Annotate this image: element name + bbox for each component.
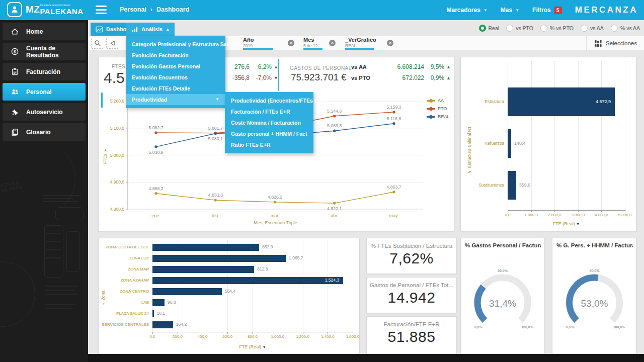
submenu-item-facturación-ftes-e-r[interactable]: Facturación / FTEs E+R — [225, 106, 313, 117]
filtros-button[interactable]: Filtros 5 — [532, 7, 562, 14]
radio-selected-icon[interactable] — [479, 25, 486, 32]
menu-item-evolución-ftes-detalle[interactable]: Evolución FTEs Detalle — [126, 83, 225, 94]
x-axis-tick: 1.600,0 — [346, 334, 360, 339]
clear-selection-icon — [109, 40, 116, 47]
bar-category-label: ZONA CENTRO — [99, 289, 149, 294]
breadcrumb-section[interactable]: Personal — [120, 6, 146, 13]
submenu-item-productividad-encuentros-ftes-e-r-[interactable]: Productividad (Encuentros/FTEs E+R) — [225, 95, 313, 106]
remove-filter-icon[interactable]: ✕ — [288, 40, 294, 46]
x-axis-tick: 1.000,0 — [271, 334, 284, 339]
menu-item-evolución-gastos-personal[interactable]: Evolución Gastos Personal — [126, 61, 225, 72]
clear-selections-button[interactable] — [106, 38, 119, 49]
gauge-gastos-personal-facturacion: % Gastos Personal / Facturación 0,0%50,0… — [460, 238, 544, 354]
scenario-option-vs-pto[interactable]: vs PTO — [506, 25, 533, 32]
bar-zona-centro[interactable] — [152, 288, 222, 295]
sidebar-item-label: Personal — [26, 88, 52, 96]
sidebar-item-label: Cuenta de Resultados — [26, 45, 86, 59]
x-axis-tick: 0,0 — [505, 213, 510, 217]
radio-icon[interactable] — [506, 25, 513, 32]
radio-icon[interactable] — [611, 25, 618, 32]
legend-item-pto[interactable]: PTO — [427, 105, 450, 113]
legend-item-aa[interactable]: AA — [427, 97, 450, 105]
svg-text:53,0%: 53,0% — [581, 298, 608, 309]
marcadores-menu-button[interactable]: Marcadores ▼ — [446, 7, 487, 14]
book-icon — [11, 128, 19, 136]
legend-item-real[interactable]: REAL — [427, 113, 450, 121]
scenario-option-label: Real — [489, 25, 500, 31]
sidebar-item-label: Autoservicio — [26, 109, 63, 116]
remove-filter-icon[interactable]: ✕ — [329, 40, 336, 46]
search-selections-button[interactable] — [91, 38, 104, 49]
filter-chip-underline — [243, 48, 273, 50]
mas-menu-button[interactable]: Mas ▼ — [501, 7, 519, 14]
filter-chip--vergrafico[interactable]: _VerGraficoREAL✕ — [345, 37, 394, 50]
svg-text:5.144,6: 5.144,6 — [327, 109, 342, 114]
selecciones-label: Selecciones — [606, 40, 637, 46]
submenu-item-ratio-ftes-e-r[interactable]: Ratio FTEs E+R — [225, 139, 313, 150]
menu-item-evolución-facturación[interactable]: Evolución Facturación — [126, 50, 225, 61]
sidebar-item-personal[interactable]: Personal — [3, 83, 86, 101]
bar-zona-costa-del-sol[interactable] — [152, 244, 259, 251]
x-axis-title[interactable]: FTE (Real) ▼ — [152, 344, 353, 349]
menu-item-categoria-profesional-y-estructura-salarial[interactable]: Categoria Profesional y Estructura Salar… — [126, 39, 225, 50]
bar-sustituciones[interactable] — [508, 171, 516, 200]
gauge-chart[interactable]: 0,0%50,0%100,0%53,0% — [552, 250, 637, 341]
filtros-count-badge: 5 — [554, 7, 562, 14]
scenario-radio-group: Realvs PTO% vs PTOvs AA% vs AA — [479, 25, 640, 32]
sidebar-item-autoservicio[interactable]: Autoservicio — [3, 103, 86, 121]
bar-zona-luz[interactable] — [152, 255, 286, 262]
puzzle-icon — [11, 108, 19, 116]
bar-refuerzos[interactable] — [508, 129, 511, 158]
estructura-bar-chart[interactable]: Estructura4.572,9Refuerzos148,4Sustituci… — [461, 57, 636, 231]
svg-text:5.200,0: 5.200,0 — [110, 99, 125, 104]
scenario-option--vs-aa[interactable]: % vs AA — [611, 25, 640, 32]
submenu-item-gasto-personal-hhmm-fact[interactable]: Gasto personal + HHMM / Fact — [225, 128, 313, 139]
breadcrumb-page[interactable]: Dashboard — [156, 6, 189, 13]
bar-zona-mar[interactable] — [152, 266, 254, 273]
gauge-chart[interactable]: 0,0%50,0%100,0%31,4% — [461, 250, 545, 341]
selections-grid-icon — [595, 40, 602, 47]
menu-item-productividad[interactable]: Productividad▼ — [126, 94, 225, 105]
menu-toggle-button[interactable] — [96, 6, 108, 16]
bar-lab[interactable] — [152, 299, 165, 306]
zona-bar-chart[interactable]: ZONA COSTA DEL SOL852,9ZONA LUZ1.065,7ZO… — [99, 238, 359, 354]
svg-text:0,0%: 0,0% — [567, 325, 575, 329]
app-logo[interactable]: MZ Insurance Analytics Demo PALEKANA — [7, 2, 84, 17]
svg-text:4.826,2: 4.826,2 — [268, 195, 282, 200]
svg-text:abr.: abr. — [331, 213, 338, 218]
filter-chip-underline — [303, 48, 323, 50]
filter-chip-mes[interactable]: Mes5 de 12✕ — [303, 37, 337, 50]
gastos-kpi-value: 75.923.701 € — [291, 72, 347, 83]
bar-zona-azahar[interactable] — [152, 277, 343, 284]
bar-value-label: 4.572,9 — [596, 99, 611, 104]
svg-text:5.159,3: 5.159,3 — [386, 105, 401, 110]
svg-text:4.822,1: 4.822,1 — [327, 206, 342, 211]
sidebar-item-label: Facturación — [26, 68, 60, 75]
filter-chip-a-o[interactable]: Año2019✕ — [243, 37, 295, 50]
bar-value-label: 852,9 — [262, 244, 273, 249]
x-axis-title[interactable]: FTE (Real) ▼ — [508, 221, 625, 226]
menu-item-evolución-encuentros[interactable]: Evolución Encuentros — [126, 72, 225, 83]
radio-icon[interactable] — [581, 25, 588, 32]
svg-text:5.030,9: 5.030,9 — [148, 150, 163, 155]
bar-plaza-salud-24[interactable] — [152, 310, 154, 317]
x-axis-tick: 600,0 — [222, 334, 232, 339]
remove-filter-icon[interactable]: ✕ — [387, 40, 393, 46]
tab-analisis[interactable]: Análisis ▲ — [126, 23, 175, 36]
sidebar-item-home[interactable]: Home — [3, 23, 86, 40]
bar-category-label: Refuerzos — [461, 141, 504, 146]
chevron-right-icon: › — [150, 6, 152, 13]
selecciones-button[interactable]: Selecciones — [586, 36, 637, 50]
sidebar-item-facturaci-n[interactable]: Facturación — [3, 63, 86, 80]
productividad-submenu: Productividad (Encuentros/FTEs E+R)Factu… — [225, 92, 313, 153]
svg-text:4.900,0: 4.900,0 — [110, 179, 125, 185]
scenario-option-real[interactable]: Real — [479, 25, 500, 32]
chevron-down-icon: ▼ — [484, 8, 488, 13]
bar-servicios-centrales[interactable] — [152, 321, 173, 328]
sidebar-item-cuenta-de-resultados[interactable]: $Cuenta de Resultados — [3, 43, 86, 60]
radio-icon[interactable] — [540, 25, 547, 32]
scenario-option--vs-pto[interactable]: % vs PTO — [540, 25, 574, 32]
scenario-option-vs-aa[interactable]: vs AA — [581, 25, 604, 32]
sidebar-item-glosario[interactable]: Glosario — [3, 123, 86, 141]
submenu-item-coste-nómina-facturación[interactable]: Coste Nómina / Facturación — [225, 117, 313, 128]
